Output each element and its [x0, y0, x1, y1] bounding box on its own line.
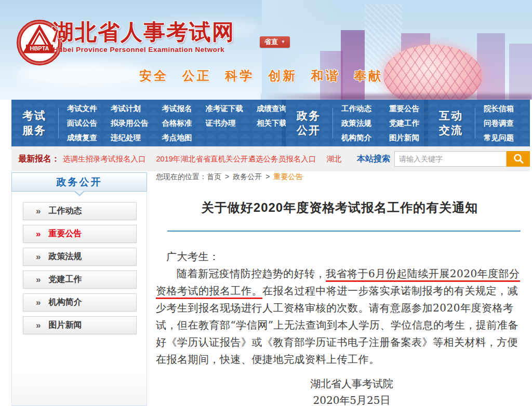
double-chevron-icon: » — [36, 252, 41, 262]
latest-registration-label: 最新报名： — [18, 154, 60, 165]
nav-link[interactable]: 机构简介 — [341, 133, 371, 143]
nav-link[interactable]: 合格标准 — [162, 118, 192, 128]
article-salutation: 广大考生： — [156, 248, 524, 265]
nav-link[interactable]: 拟录用公告 — [111, 118, 149, 128]
site-search-label: 本站搜索 — [357, 154, 390, 165]
article-title: 关于做好2020年度资格考试报名工作的有关通知 — [156, 199, 524, 216]
nav-link[interactable]: 考试文件 — [67, 104, 97, 114]
registration-entry-link[interactable]: 湖北 — [326, 154, 341, 164]
header-cityscape-photo — [262, 0, 532, 100]
article-body: 广大考生： 随着新冠疫情防控趋势的好转，我省将于6月份起陆续开展2020年度部分… — [156, 248, 524, 368]
nav-section-title: 政务 公开 — [286, 109, 331, 138]
double-chevron-icon: » — [36, 320, 41, 331]
site-subtitle: Hubei Province Personnel Examination Net… — [53, 46, 224, 53]
nav-link[interactable]: 考试计划 — [111, 104, 149, 114]
sidebar-item-label: 图片新闻 — [48, 320, 82, 331]
vertical-divider — [475, 108, 475, 138]
vertical-divider — [58, 108, 59, 138]
sidebar-item[interactable]: » 党建工作 — [23, 270, 137, 289]
nav-link[interactable]: 图片新闻 — [389, 133, 419, 143]
sidebar-item[interactable]: » 机构简介 — [23, 293, 137, 312]
nav-link[interactable]: 政策法规 — [341, 118, 371, 128]
sidebar-item[interactable]: » 图片新闻 — [23, 316, 137, 334]
sidebar-gov-affairs: 政务公开 » 工作动态 » 重要公告 » 政策法规 » 党建工作 » — [11, 172, 147, 406]
sidebar-item[interactable]: » 工作动态 — [23, 202, 137, 220]
breadcrumb-current: 重要公告 — [273, 172, 302, 181]
nav-link[interactable]: 党建工作 — [389, 118, 419, 128]
breadcrumb-home-link[interactable]: 首页 — [207, 172, 221, 181]
sidebar-title: 政务公开 — [11, 172, 147, 192]
registration-entry-link[interactable]: 选调生招录考试报名入口 — [63, 154, 146, 164]
main-navigation: 考试 服务 考试文件考试计划考试报名准考证下载成绩查询面试公告拟录用公告合格标准… — [11, 100, 530, 146]
double-chevron-icon: » — [36, 229, 41, 239]
title-divider — [167, 231, 521, 232]
region-selector-label: 省直 — [264, 37, 278, 47]
nav-section-title: 互动 交流 — [428, 109, 474, 138]
nav-link[interactable]: 证书办理 — [206, 118, 244, 128]
latest-registration-bar: 最新报名： 选调生招录考试报名入口2019年湖北省省直机关公开遴选公务员报名入口… — [11, 146, 530, 171]
breadcrumb-prefix: 您现在的位置： — [156, 172, 207, 181]
nav-link[interactable]: 考试报名 — [162, 104, 192, 114]
nav-section-interaction: 互动 交流 院长信箱问卷调查常见问题 — [428, 100, 530, 146]
header-slogan: 安全 公正 科学 创新 和谐 奉献 — [139, 67, 383, 84]
nav-section-exam-service: 考试 服务 考试文件考试计划考试报名准考证下载成绩查询面试公告拟录用公告合格标准… — [11, 100, 282, 146]
sidebar-item-label: 工作动态 — [48, 206, 82, 216]
search-icon — [513, 153, 524, 165]
double-chevron-icon: » — [36, 206, 41, 216]
registration-links-marquee: 选调生招录考试报名入口2019年湖北省省直机关公开遴选公务员报名入口湖北 — [63, 154, 352, 164]
nav-section-gov-affairs: 政务 公开 工作动态重要公告政策法规党建工作机构简介图片新闻 — [286, 100, 424, 146]
sidebar-item[interactable]: » 政策法规 — [23, 248, 137, 266]
sidebar-item-label: 政策法规 — [48, 251, 82, 262]
sidebar-item[interactable]: » 重要公告 — [23, 225, 137, 243]
site-header: HBPTA 湖北省人事考试网 Hubei Province Personnel … — [0, 0, 532, 100]
vertical-divider — [332, 108, 333, 138]
article-paragraph: 随着新冠疫情防控趋势的好转，我省将于6月份起陆续开展2020年度部分资格考试的报… — [156, 265, 524, 368]
nav-link[interactable]: 重要公告 — [389, 104, 419, 114]
site-title: 湖北省人事考试网 — [52, 18, 235, 47]
logo-acronym: HBPTA — [30, 45, 49, 51]
breadcrumb: 您现在的位置：首页>政务公开>重要公告 — [156, 172, 524, 182]
breadcrumb-separator: > — [225, 172, 229, 181]
breadcrumb-section-link[interactable]: 政务公开 — [233, 172, 262, 181]
nav-link[interactable]: 违纪处理 — [111, 133, 149, 143]
nav-link[interactable]: 面试公告 — [67, 118, 97, 128]
registration-entry-link[interactable]: 2019年湖北省省直机关公开遴选公务员报名入口 — [156, 154, 316, 164]
nav-section-title: 考试 服务 — [11, 109, 57, 138]
nav-link[interactable]: 准考证下载 — [206, 104, 244, 114]
nav-link[interactable]: 成绩复查 — [67, 133, 97, 143]
main-content: 您现在的位置：首页>政务公开>重要公告 关于做好2020年度资格考试报名工作的有… — [156, 172, 524, 406]
nav-link[interactable]: 相关下载 — [257, 118, 287, 128]
sidebar-item-label: 机构简介 — [48, 297, 82, 308]
signature-org: 湖北省人事考试院 — [180, 375, 524, 392]
nav-link[interactable]: 常见问题 — [484, 133, 514, 143]
signature-date: 2020年5月25日 — [180, 392, 524, 406]
article-signature-block: 湖北省人事考试院 2020年5月25日 — [156, 375, 524, 406]
nav-link[interactable]: 院长信箱 — [484, 104, 514, 114]
cloud-decoration — [16, 62, 151, 86]
search-input[interactable] — [394, 151, 507, 167]
nav-link[interactable]: 问卷调查 — [484, 118, 514, 128]
sidebar-item-label: 重要公告 — [48, 228, 82, 239]
sidebar-item-label: 党建工作 — [48, 274, 82, 285]
nav-link[interactable]: 成绩查询 — [257, 104, 287, 114]
double-chevron-icon: » — [36, 275, 41, 285]
caret-down-icon: ▼ — [281, 40, 285, 44]
nav-link[interactable]: 考点地图 — [162, 133, 192, 143]
double-chevron-icon: » — [36, 297, 41, 308]
breadcrumb-separator: > — [265, 172, 270, 181]
nav-link[interactable]: 工作动态 — [341, 104, 371, 114]
search-button[interactable] — [507, 151, 530, 167]
region-selector-button[interactable]: 省直 ▼ — [260, 36, 290, 48]
